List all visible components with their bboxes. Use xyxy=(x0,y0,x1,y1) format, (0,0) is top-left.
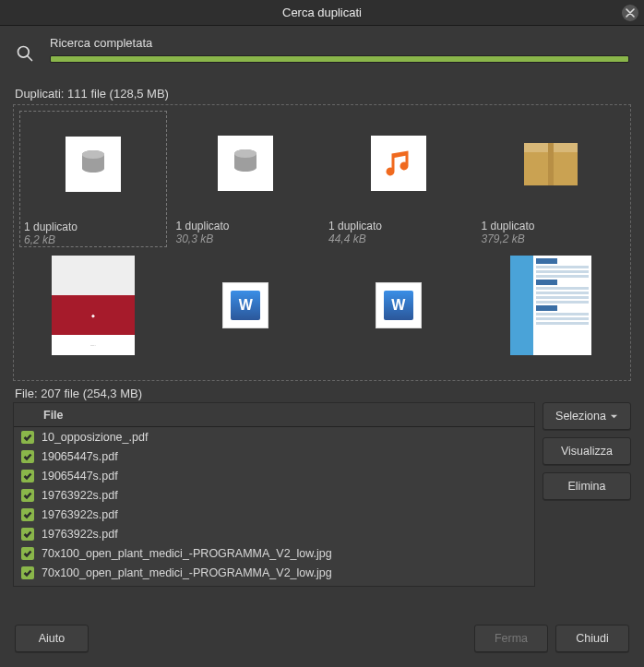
duplicates-thumbnail-area[interactable]: 1 duplicato 6,2 kB 1 duplicato 30,3 kB 1… xyxy=(13,104,631,381)
search-status-text: Ricerca completata xyxy=(50,36,629,50)
table-row[interactable]: 70x100_open_plant_medici_-PROGRAMMA_V2_l… xyxy=(14,543,534,563)
duplicate-thumbnail[interactable]: 1 duplicato 379,2 kB xyxy=(478,111,626,247)
search-progressbar xyxy=(50,55,629,63)
row-checkbox[interactable] xyxy=(14,470,42,482)
window-title: Cerca duplicati xyxy=(282,6,362,19)
duplicate-thumbnail[interactable]: 1 duplicato 44,4 kB xyxy=(325,111,472,247)
help-button-label: Aiuto xyxy=(39,632,66,645)
file-column-header: File xyxy=(42,409,534,422)
row-checkbox[interactable] xyxy=(14,566,42,579)
titlebar: Cerca duplicati xyxy=(0,0,644,26)
doc-red-icon: ◆····· xyxy=(23,255,163,356)
file-table-header[interactable]: File xyxy=(14,403,534,427)
thumbnail-subcaption: 30,3 kB xyxy=(176,232,214,245)
row-filename: 70x100_open_plant_medici_-PROGRAMMA_V2_l… xyxy=(42,566,534,579)
stop-button-label: Ferma xyxy=(495,632,528,645)
close-button[interactable]: Chiudi xyxy=(555,625,629,652)
row-filename: 19763922s.pdf xyxy=(42,528,534,541)
table-row[interactable]: 19763922s.pdf xyxy=(14,505,534,524)
row-filename: 19065447s.pdf xyxy=(42,450,534,463)
svg-line-1 xyxy=(28,56,32,61)
duplicate-thumbnail[interactable]: 1 duplicato 30,3 kB xyxy=(173,111,320,247)
svg-point-5 xyxy=(234,149,256,158)
view-button[interactable]: Visualizza xyxy=(543,437,631,465)
delete-button[interactable]: Elimina xyxy=(543,472,631,500)
row-filename: 70x100_open_plant_medici_-PROGRAMMA_V2_l… xyxy=(42,547,534,560)
duplicate-thumbnail[interactable]: ◆····· xyxy=(19,253,167,362)
close-button-label: Chiudi xyxy=(576,632,608,645)
search-status-row: Ricerca completata xyxy=(0,26,644,66)
row-checkbox[interactable] xyxy=(14,547,42,560)
package-icon xyxy=(482,113,622,214)
search-progressbar-fill xyxy=(51,56,628,62)
chevron-down-icon xyxy=(610,412,618,421)
file-table: File 10_opposizione_.pdf 19065447s.pdf 1… xyxy=(13,402,535,587)
row-filename: 10_opposizione_.pdf xyxy=(42,431,534,444)
row-filename: 19763922s.pdf xyxy=(42,489,534,502)
dialog-footer: Aiuto Ferma Chiudi xyxy=(0,612,644,667)
row-checkbox[interactable] xyxy=(14,528,42,541)
doc-cv-icon xyxy=(482,255,622,356)
select-dropdown-label: Seleziona xyxy=(555,410,606,423)
music-icon xyxy=(328,113,469,214)
duplicate-thumbnail[interactable] xyxy=(478,253,626,362)
thumbnail-subcaption: 6,2 kB xyxy=(24,233,55,246)
database-icon xyxy=(176,113,316,214)
files-label: File: 207 file (254,3 MB) xyxy=(0,381,644,402)
word-icon: W xyxy=(176,255,316,356)
row-filename: 19763922s.pdf xyxy=(42,508,534,521)
table-row[interactable]: 19065447s.pdf xyxy=(14,466,534,485)
svg-rect-8 xyxy=(548,143,554,185)
thumbnail-caption: 1 duplicato xyxy=(482,220,535,232)
thumbnail-subcaption: 44,4 kB xyxy=(328,232,366,245)
select-dropdown-button[interactable]: Seleziona xyxy=(543,402,631,430)
search-icon xyxy=(15,35,35,63)
table-row[interactable]: 19763922s.pdf xyxy=(14,485,534,505)
view-button-label: Visualizza xyxy=(561,445,613,458)
duplicates-label: Duplicati: 111 file (128,5 MB) xyxy=(0,66,644,104)
thumbnail-caption: 1 duplicato xyxy=(176,220,230,232)
row-filename: 19065447s.pdf xyxy=(42,470,534,482)
row-checkbox[interactable] xyxy=(14,508,42,521)
row-checkbox[interactable] xyxy=(14,450,42,463)
table-row[interactable]: 19065447s.pdf xyxy=(14,447,534,466)
svg-point-3 xyxy=(82,150,104,159)
row-checkbox[interactable] xyxy=(14,431,42,444)
database-icon xyxy=(24,113,162,215)
table-row[interactable]: 19763922s.pdf xyxy=(14,524,534,543)
stop-button[interactable]: Ferma xyxy=(474,625,548,652)
row-checkbox[interactable] xyxy=(14,489,42,502)
file-list[interactable]: 10_opposizione_.pdf 19065447s.pdf 190654… xyxy=(14,427,534,586)
duplicate-thumbnail[interactable]: W xyxy=(173,253,320,362)
delete-button-label: Elimina xyxy=(568,480,606,493)
thumbnail-caption: 1 duplicato xyxy=(24,220,78,233)
duplicate-thumbnail[interactable]: 1 duplicato 6,2 kB xyxy=(19,111,167,247)
window-close-button[interactable] xyxy=(622,5,638,21)
table-row[interactable]: 10_opposizione_.pdf xyxy=(14,427,534,447)
table-row[interactable]: 70x100_open_plant_medici_-PROGRAMMA_V2_l… xyxy=(14,563,534,582)
thumbnail-caption: 1 duplicato xyxy=(328,220,382,232)
thumbnail-subcaption: 379,2 kB xyxy=(482,232,525,245)
close-icon xyxy=(626,8,635,18)
word-icon: W xyxy=(328,255,469,356)
help-button[interactable]: Aiuto xyxy=(15,625,89,652)
duplicate-thumbnail[interactable]: W xyxy=(325,253,472,362)
